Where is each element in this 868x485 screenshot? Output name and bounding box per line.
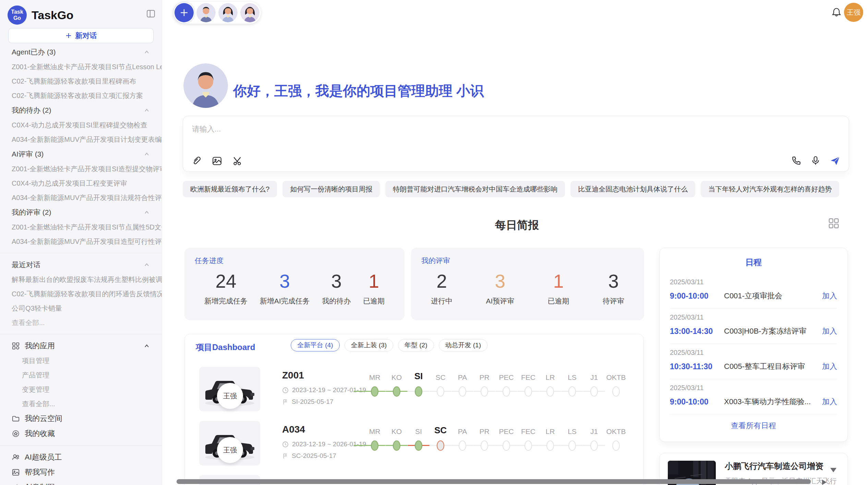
layout-grid-icon[interactable]	[828, 217, 840, 229]
milestone-node	[546, 440, 554, 451]
collapse-sidebar-icon[interactable]	[146, 9, 156, 18]
event-join-link[interactable]: 加入	[822, 291, 837, 301]
attachment-icon[interactable]	[191, 156, 202, 166]
recent-chats-header[interactable]: 最近对话	[0, 257, 162, 272]
schedule-event[interactable]: 2025/03/1113:00-14:30C003|H0B-方案冻结评审加入	[670, 309, 837, 344]
sidebar-section-header[interactable]: AI评审 (3)	[0, 147, 162, 162]
schedule-event[interactable]: 2025/03/119:00-10:00C001-立项审批会加入	[670, 273, 837, 309]
user-avatar[interactable]: 王强	[844, 3, 863, 22]
sidebar-item[interactable]: Z001-全新燃油轻卡产品开发项目SI节点属性5D文件评审	[0, 220, 162, 234]
app-item[interactable]: 项目管理	[0, 353, 162, 368]
sidebar-item[interactable]: C0X4-动力总成开发项目SI里程碑提交物检查	[0, 118, 162, 132]
milestone-node	[503, 386, 510, 397]
milestone-label: PEC	[499, 420, 514, 438]
member-avatar[interactable]	[240, 3, 260, 22]
send-icon[interactable]	[830, 155, 841, 166]
schedule-event[interactable]: 2025/03/1110:30-11:30C005-整车工程目标评审加入	[670, 344, 837, 379]
sidebar-section-header[interactable]: 我的评审 (2)	[0, 205, 162, 220]
dashboard-tab[interactable]: 全新上装 (3)	[345, 339, 394, 351]
project-row[interactable]: 王强A0342023-12-19 ~ 2026-01-19SC-2025-05-…	[185, 416, 643, 470]
sidebar-item[interactable]: A034-全新新能源MUV产品开发项目法规符合性评审	[0, 190, 162, 205]
pen-icon	[12, 483, 20, 485]
message-input[interactable]	[192, 122, 706, 136]
sidebar-link-folder[interactable]: 我的云空间	[0, 411, 162, 426]
schedule-card: 日程 2025/03/119:00-10:00C001-立项审批会加入2025/…	[659, 248, 848, 442]
milestone-segment	[353, 445, 364, 446]
milestone-segment	[353, 391, 364, 392]
milestone: PR	[473, 366, 495, 397]
dashboard-tab[interactable]: 年型 (2)	[398, 339, 434, 351]
scroll-right-arrow-icon[interactable]	[822, 480, 827, 485]
dashboard-tab[interactable]: 全新平台 (4)	[291, 339, 340, 351]
message-composer	[183, 116, 849, 172]
sidebar-section-header[interactable]: Agent已办 (3)	[0, 45, 162, 60]
view-all-schedule-link[interactable]: 查看所有日程	[670, 421, 837, 431]
milestone: LS	[561, 420, 583, 451]
milestone-track: MRKOSISCPAPRPECFECLRLSJ1OKTB	[353, 420, 627, 451]
team-members-bar	[173, 2, 261, 24]
microphone-icon[interactable]	[810, 156, 821, 166]
milestone: SI	[408, 366, 430, 397]
sidebar-item[interactable]: C0X4-动力总成开发项目工程变更评审	[0, 176, 162, 190]
recent-chat-item[interactable]: 公司Q3轻卡销量	[0, 301, 162, 315]
milestone-node	[568, 440, 576, 451]
event-name: X003-车辆动力学性能验...	[724, 397, 822, 407]
milestone: KO	[386, 366, 408, 397]
image-upload-icon[interactable]	[212, 156, 222, 166]
schedule-event[interactable]: 2025/03/119:00-10:00X003-车辆动力学性能验...加入	[670, 379, 837, 414]
sidebar-tool-pen[interactable]: 创意制图	[0, 480, 162, 485]
horizontal-scrollbar[interactable]	[177, 479, 811, 484]
my-apps-header[interactable]: 我的应用	[0, 338, 162, 353]
sidebar-item[interactable]: A034-全新新能源MUV产品开发项目计划变更表编写	[0, 132, 162, 147]
sidebar-link-badge-star[interactable]: 我的收藏	[0, 426, 162, 441]
app-item[interactable]: 变更管理	[0, 382, 162, 397]
milestone: SC	[430, 366, 451, 397]
app-item[interactable]: 产品管理	[0, 368, 162, 382]
sidebar: Task Go TaskGo 新对话 Agent已办 (3)Z001-全新燃油皮…	[0, 0, 162, 485]
chevron-up-icon	[143, 343, 150, 349]
milestone: FEC	[517, 366, 539, 397]
briefing-card-title: 我的评审	[421, 256, 634, 265]
sidebar-section-header[interactable]: 我的待办 (2)	[0, 103, 162, 118]
sidebar-tool-users[interactable]: AI超级员工	[0, 450, 162, 465]
event-join-link[interactable]: 加入	[822, 326, 837, 336]
suggestion-chip[interactable]: 比亚迪全固态电池计划具体说了什么	[570, 181, 695, 197]
suggestion-chip[interactable]: 如何写一份清晰的项目周报	[282, 181, 380, 197]
suggestion-chip[interactable]: 特朗普可能对进口汽车增税会对中国车企造成哪些影响	[385, 181, 565, 197]
dashboard-tab[interactable]: 动总开发 (1)	[439, 339, 488, 351]
event-name: C005-整车工程目标评审	[724, 361, 822, 372]
milestone-label: LR	[546, 420, 555, 438]
milestone: J1	[583, 366, 605, 397]
clock-icon	[282, 387, 289, 394]
member-avatar[interactable]	[218, 3, 238, 22]
phone-icon[interactable]	[791, 156, 801, 166]
sidebar-item[interactable]: Z001-全新燃油轻卡产品开发项目SI造型提交物评审	[0, 162, 162, 176]
event-date: 2025/03/11	[670, 313, 837, 321]
sidebar-tool-picture[interactable]: 帮我写作	[0, 465, 162, 480]
sidebar-item[interactable]: Z001-全新燃油皮卡产品开发项目SI节点Lesson Learn报告	[0, 60, 162, 74]
recent-chat-item[interactable]: C02-飞腾新能源轻客改款项目的闭环通告反馈情况	[0, 287, 162, 301]
event-join-link[interactable]: 加入	[822, 361, 837, 372]
milestone: KO	[386, 420, 408, 451]
sidebar-item[interactable]: A034-全新新能源MUV产品开发项目造型可行性评审	[0, 234, 162, 249]
event-name: C003|H0B-方案冻结评审	[724, 326, 822, 336]
notification-bell-icon[interactable]	[831, 7, 842, 18]
event-join-link[interactable]: 加入	[822, 397, 837, 407]
suggestion-chip[interactable]: 欧洲新规最近颁布了什么?	[183, 181, 277, 197]
flag-icon	[282, 453, 288, 459]
milestone-columns: MRKOSISCPAPRPECFECLRLSJ1OKTB	[364, 366, 627, 397]
add-member-button[interactable]	[174, 3, 194, 22]
member-avatar[interactable]	[196, 3, 216, 22]
briefing-stats: 24新增完成任务3新增AI完成任务3我的待办1已逾期	[195, 270, 394, 306]
new-chat-button[interactable]: 新对话	[8, 28, 154, 43]
view-all-apps-link[interactable]: 查看全部...	[0, 397, 162, 411]
suggestion-chip[interactable]: 当下年轻人对汽车外观有怎样的喜好趋势	[701, 181, 839, 197]
briefing-stat: 24新增完成任务	[204, 270, 248, 306]
sidebar-item[interactable]: C02-飞腾新能源轻客改款项目里程碑画布	[0, 74, 162, 88]
project-row[interactable]: 王强Z0012023-12-19 ~ 2027-01-19SI-2025-05-…	[185, 362, 643, 416]
sidebar-item[interactable]: C02-飞腾新能源轻客改款项目立项汇报方案	[0, 88, 162, 103]
view-all-chats-link[interactable]: 查看全部...	[0, 315, 162, 330]
scroll-down-arrow-icon[interactable]	[830, 468, 836, 472]
scissors-icon[interactable]	[232, 156, 243, 166]
recent-chat-item[interactable]: 解释最新出台的欧盟报废车法规再生塑料比例被调至15%...	[0, 272, 162, 287]
